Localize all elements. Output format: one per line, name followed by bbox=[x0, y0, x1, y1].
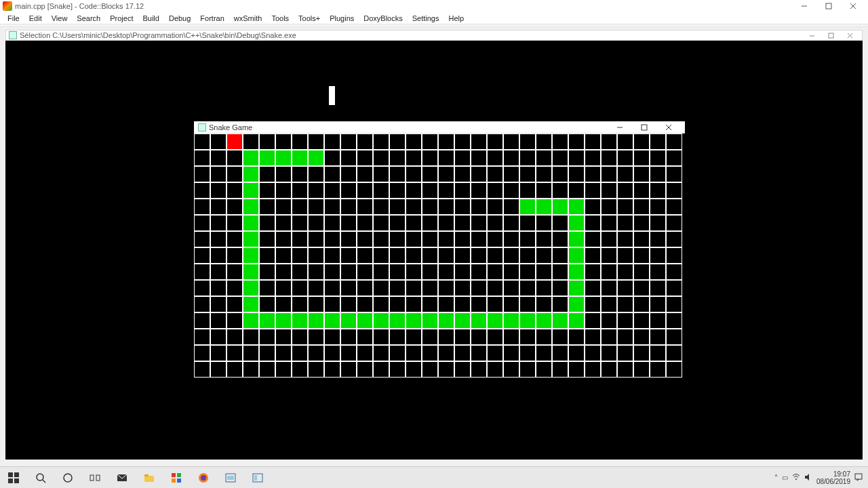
snake-segment bbox=[373, 312, 389, 329]
snake-minimize-button[interactable] bbox=[608, 122, 632, 133]
menu-debug[interactable]: Debug bbox=[164, 14, 195, 22]
snake-close-button[interactable] bbox=[656, 122, 681, 133]
svg-rect-19 bbox=[90, 475, 94, 481]
cortana-icon[interactable] bbox=[54, 467, 81, 489]
empty-cell bbox=[210, 166, 226, 182]
empty-cell bbox=[552, 264, 568, 280]
snake-maximize-button[interactable] bbox=[632, 122, 656, 133]
empty-cell bbox=[422, 231, 438, 247]
firefox-icon[interactable] bbox=[190, 467, 217, 489]
menu-search[interactable]: Search bbox=[72, 14, 105, 22]
close-button[interactable] bbox=[841, 1, 865, 12]
empty-cell bbox=[357, 150, 373, 166]
empty-cell bbox=[471, 231, 487, 247]
empty-cell bbox=[194, 215, 210, 231]
search-icon[interactable] bbox=[27, 467, 54, 489]
empty-cell bbox=[633, 280, 650, 296]
maximize-button[interactable] bbox=[816, 1, 841, 12]
snake-segment bbox=[243, 231, 259, 247]
empty-cell bbox=[340, 166, 357, 182]
wifi-icon[interactable] bbox=[792, 473, 800, 483]
empty-cell bbox=[357, 345, 373, 361]
volume-icon[interactable] bbox=[804, 473, 812, 483]
empty-cell bbox=[454, 247, 471, 264]
snake-segment bbox=[519, 199, 536, 215]
empty-cell bbox=[471, 199, 487, 215]
minimize-button[interactable] bbox=[792, 1, 816, 12]
menu-wxsmith[interactable]: wxSmith bbox=[229, 14, 267, 22]
ide-title: main.cpp [Snake] - Code::Blocks 17.12 bbox=[15, 2, 144, 10]
snake-segment bbox=[438, 312, 454, 329]
snake-segment bbox=[357, 312, 373, 329]
empty-cell bbox=[308, 166, 324, 182]
menu-build[interactable]: Build bbox=[138, 14, 163, 22]
empty-cell bbox=[324, 166, 340, 182]
menu-fortran[interactable]: Fortran bbox=[195, 14, 229, 22]
empty-cell bbox=[357, 264, 373, 280]
menu-file[interactable]: File bbox=[3, 14, 24, 22]
empty-cell bbox=[340, 296, 357, 312]
empty-cell bbox=[536, 345, 552, 361]
empty-cell bbox=[585, 166, 601, 182]
empty-cell bbox=[601, 199, 617, 215]
empty-cell bbox=[585, 215, 601, 231]
system-tray[interactable]: ˄ ▭ 19:07 08/06/2019 bbox=[769, 470, 868, 485]
empty-cell bbox=[340, 264, 357, 280]
explorer-icon[interactable] bbox=[136, 467, 163, 489]
empty-cell bbox=[243, 134, 259, 150]
taskview-icon[interactable] bbox=[81, 467, 108, 489]
task-app-icon-1[interactable] bbox=[217, 467, 244, 489]
snake-window[interactable]: Snake Game bbox=[194, 121, 685, 378]
empty-cell bbox=[454, 215, 471, 231]
svg-rect-5 bbox=[829, 33, 833, 38]
menu-tools[interactable]: Tools bbox=[267, 14, 294, 22]
empty-cell bbox=[536, 134, 552, 150]
svg-rect-27 bbox=[177, 479, 181, 483]
clock-time: 19:07 bbox=[816, 470, 850, 478]
menu-help[interactable]: Help bbox=[443, 14, 469, 22]
tray-chevron-icon[interactable]: ˄ bbox=[774, 474, 778, 481]
empty-cell bbox=[487, 264, 503, 280]
empty-cell bbox=[568, 329, 585, 345]
empty-cell bbox=[617, 280, 633, 296]
codeblocks-icon[interactable] bbox=[163, 467, 190, 489]
menu-doxyblocks[interactable]: DoxyBlocks bbox=[359, 14, 407, 22]
empty-cell bbox=[585, 296, 601, 312]
task-app-icon-2[interactable] bbox=[244, 467, 271, 489]
empty-cell bbox=[308, 280, 324, 296]
empty-cell bbox=[422, 296, 438, 312]
menu-project[interactable]: Project bbox=[105, 14, 138, 22]
empty-cell bbox=[226, 247, 243, 264]
menu-settings[interactable]: Settings bbox=[408, 14, 444, 22]
battery-icon[interactable]: ▭ bbox=[782, 474, 788, 481]
notification-icon[interactable] bbox=[854, 473, 863, 483]
empty-cell bbox=[633, 199, 650, 215]
empty-cell bbox=[471, 361, 487, 378]
doc-close-button[interactable] bbox=[840, 30, 859, 40]
snake-titlebar[interactable]: Snake Game bbox=[194, 121, 685, 134]
empty-cell bbox=[617, 166, 633, 182]
empty-cell bbox=[389, 247, 406, 264]
empty-cell bbox=[666, 247, 682, 264]
doc-minimize-button[interactable] bbox=[802, 30, 821, 40]
empty-cell bbox=[617, 150, 633, 166]
menu-edit[interactable]: Edit bbox=[24, 14, 47, 22]
snake-segment bbox=[568, 280, 585, 296]
empty-cell bbox=[389, 215, 406, 231]
doc-maximize-button[interactable] bbox=[821, 30, 840, 40]
start-button[interactable] bbox=[0, 467, 27, 489]
menu-toolsplus[interactable]: Tools+ bbox=[294, 14, 325, 22]
empty-cell bbox=[275, 231, 292, 247]
empty-cell bbox=[194, 182, 210, 199]
clock[interactable]: 19:07 08/06/2019 bbox=[816, 470, 850, 485]
menu-view[interactable]: View bbox=[47, 14, 73, 22]
game-board[interactable] bbox=[194, 134, 685, 378]
menu-plugins[interactable]: Plugins bbox=[325, 14, 359, 22]
snake-segment bbox=[243, 182, 259, 199]
mail-icon[interactable] bbox=[108, 467, 136, 489]
snake-segment bbox=[308, 150, 324, 166]
svg-rect-24 bbox=[172, 473, 176, 477]
empty-cell bbox=[422, 280, 438, 296]
empty-cell bbox=[601, 247, 617, 264]
snake-segment bbox=[568, 312, 585, 329]
